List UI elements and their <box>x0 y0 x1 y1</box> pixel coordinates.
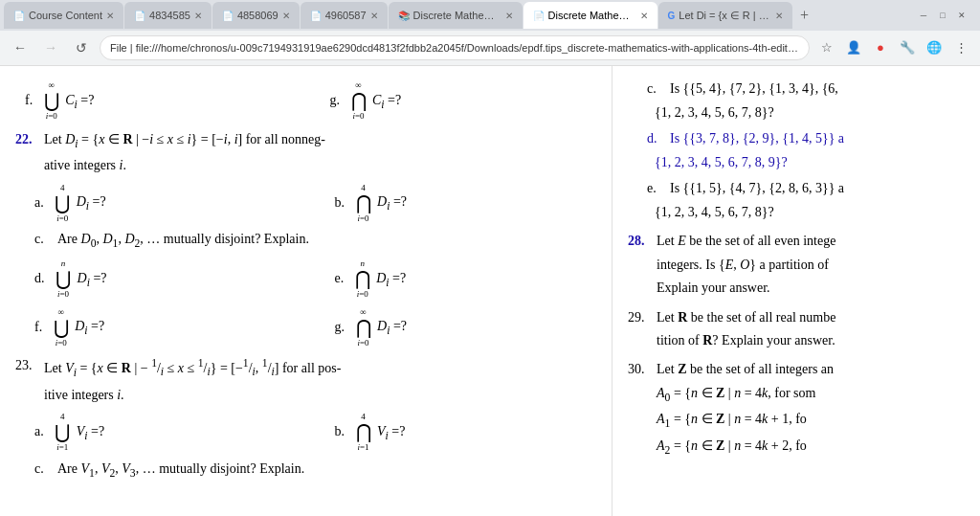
prob-29-text: Let R be the set of all real numbe <box>657 307 835 328</box>
label-b: b. <box>335 194 352 209</box>
union-a: 4 ⋃ i=0 <box>55 181 70 226</box>
prob-28-num: 28. <box>628 231 651 252</box>
tab-discrete-1[interactable]: 📚 Discrete Mathematics - ... ✕ <box>389 2 523 29</box>
menu-icon[interactable]: ⋮ <box>949 36 972 59</box>
left-math-content: f. ∞ ⋃ i=0 Ci =? g. ∞ ⋂ i=0 Ci = <box>15 79 596 482</box>
tab-favicon-7: G <box>668 11 676 21</box>
label-f2: f. <box>34 319 49 333</box>
problem-22: 22. Let Di = {x ∈ R | −i ≤ x ≤ i} = [−i,… <box>15 129 596 153</box>
label-23a: a. <box>34 424 51 438</box>
tab-label-6: Discrete Mathematics - ... <box>548 10 636 21</box>
intersect-b: 4 ⋂ i=0 <box>356 181 371 226</box>
right-part-e: e. Is {{1, 5}, {4, 7}, {2, 8, 6, 3}} a <box>647 178 965 199</box>
di-d: Di =? <box>78 271 107 285</box>
right-text-d2: {1, 2, 3, 4, 5, 6, 7, 8, 9}? <box>655 152 965 173</box>
prob-30-A0: A0 = {n ∈ Z | n = 4k, for som <box>657 383 965 407</box>
tab-4858069[interactable]: 📄 4858069 ✕ <box>212 2 300 29</box>
right-label-c: c. <box>647 79 666 100</box>
row-fg-22: f. ∞ ⋃ i=0 Di =? g. ∞ ⋂ i=0 Di = <box>34 305 596 350</box>
part-e: e. n ⋂ i=0 Di =? <box>335 257 597 302</box>
tab-label-7: Let Di = {x ∈ R | - i ≤ x... <box>679 10 770 22</box>
address-bar-row: ← → ↺ File | file:///home/chronos/u-009c… <box>0 31 980 65</box>
prob-22-text: Let Di = {x ∈ R | −i ≤ x ≤ i} = [−i, i] … <box>44 129 325 153</box>
right-part-d: d. Is {{3, 7, 8}, {2, 9}, {1, 4, 5}} a <box>647 128 965 149</box>
right-text-e: Is {{1, 5}, {4, 7}, {2, 8, 6, 3}} a <box>670 178 844 199</box>
extension-icon-2[interactable]: 🔧 <box>896 36 919 59</box>
back-button[interactable]: ← <box>8 35 33 60</box>
di-f: Di =? <box>75 319 104 333</box>
prob-29-num: 29. <box>628 307 651 328</box>
tab-course-content[interactable]: 📄 Course Content ✕ <box>4 2 123 29</box>
tab-close-7[interactable]: ✕ <box>775 11 783 21</box>
bookmark-icon[interactable]: ☆ <box>815 36 838 59</box>
part-d: d. n ⋃ i=0 Di =? <box>34 257 297 302</box>
extension-icon-3[interactable]: 🌐 <box>923 36 946 59</box>
prob-30-A1: A1 = {n ∈ Z | n = 4k + 1, fo <box>657 409 965 433</box>
row-fg: f. ∞ ⋃ i=0 Ci =? g. ∞ ⋂ i=0 Ci = <box>25 79 596 123</box>
intersect-sym-g: ∞ ⋂ i=0 <box>351 79 367 123</box>
prob-22-line2: ative integers i. <box>44 155 596 176</box>
tab-close-5[interactable]: ✕ <box>505 11 513 21</box>
tab-label-3: 4858069 <box>237 10 278 21</box>
part-23a: a. 4 ⋃ i=1 Vi =? <box>34 410 297 455</box>
tab-label-4: 4960587 <box>325 10 367 21</box>
row-23ab: a. 4 ⋃ i=1 Vi =? b. 4 ⋂ i=1 Vi = <box>34 410 596 455</box>
tab-4960587[interactable]: 📄 4960587 ✕ <box>301 2 388 29</box>
part-f-22: f. ∞ ⋃ i=0 Di =? <box>34 305 297 350</box>
tab-close-2[interactable]: ✕ <box>194 11 202 21</box>
address-text: File | file:///home/chronos/u-009c719493… <box>110 42 799 54</box>
prob-30-text: Let Z be the set of all integers an <box>657 359 834 380</box>
right-part-c: c. Is {{5, 4}, {7, 2}, {1, 3, 4}, {6, <box>647 79 965 100</box>
ci-f: Ci =? <box>65 93 94 107</box>
minimize-button[interactable]: ─ <box>917 9 930 22</box>
label-f: f. <box>25 93 39 107</box>
label-e: e. <box>335 271 351 285</box>
tab-close-6[interactable]: ✕ <box>640 11 648 21</box>
tab-bar: 📄 Course Content ✕ 📄 4834585 ✕ 📄 4858069… <box>0 0 980 31</box>
tab-favicon-3: 📄 <box>222 11 234 21</box>
window-controls: ─ □ ✕ <box>917 9 976 22</box>
tab-discrete-2[interactable]: 📄 Discrete Mathematics - ... ✕ <box>523 2 657 29</box>
tab-close-1[interactable]: ✕ <box>106 11 114 21</box>
tab-label-1: Course Content <box>29 10 102 21</box>
right-text-c2: {1, 2, 3, 4, 5, 6, 7, 8}? <box>655 102 965 123</box>
address-box[interactable]: File | file:///home/chronos/u-009c719493… <box>100 35 810 60</box>
prob-28-text2: integers. Is {E, O} a partition of <box>657 255 965 276</box>
toolbar-icons: ☆ 👤 ● 🔧 🌐 ⋮ <box>815 36 972 59</box>
forward-button[interactable]: → <box>38 35 63 60</box>
text-c: Are D0, D1, D2, … mutually disjoint? Exp… <box>57 229 309 253</box>
di-a: Di =? <box>77 194 106 209</box>
label-23c: c. <box>34 459 54 480</box>
close-button[interactable]: ✕ <box>955 9 969 22</box>
intersect-e: n ⋂ i=0 <box>355 257 370 302</box>
reload-button[interactable]: ↺ <box>69 35 94 60</box>
label-g2: g. <box>335 319 352 333</box>
right-label-e: e. <box>647 178 666 199</box>
new-tab-button[interactable]: + <box>793 4 816 27</box>
right-label-d: d. <box>647 128 666 149</box>
problem-23: 23. Let Vi = {x ∈ R | − 1/i ≤ x ≤ 1/i} =… <box>15 355 596 382</box>
label-d: d. <box>34 271 52 285</box>
restore-button[interactable]: □ <box>936 9 949 22</box>
extension-icon[interactable]: ● <box>869 36 892 59</box>
prob-29-text2: tition of R? Explain your answer. <box>657 330 965 351</box>
browser-chrome: 📄 Course Content ✕ 📄 4834585 ✕ 📄 4858069… <box>0 0 980 66</box>
label-23b: b. <box>335 424 352 438</box>
ci-g: Ci =? <box>372 93 401 107</box>
di-b: Di =? <box>377 194 407 209</box>
right-text-d: Is {{3, 7, 8}, {2, 9}, {1, 4, 5}} a <box>670 128 844 149</box>
prob-22-num: 22. <box>15 129 38 150</box>
vi-b: Vi =? <box>377 424 405 438</box>
profile-icon[interactable]: 👤 <box>842 36 865 59</box>
intersect-g22: ∞ ⋂ i=0 <box>356 305 371 350</box>
tab-close-4[interactable]: ✕ <box>370 11 378 21</box>
tab-favicon-2: 📄 <box>134 11 145 21</box>
tab-google[interactable]: G Let Di = {x ∈ R | - i ≤ x... ✕ <box>658 2 792 29</box>
tab-4834585[interactable]: 📄 4834585 ✕ <box>124 2 212 29</box>
tab-favicon-1: 📄 <box>13 11 25 21</box>
row-ab: a. 4 ⋃ i=0 Di =? b. 4 ⋂ i=0 Di = <box>34 181 596 226</box>
prob-23-line2: itive integers i. <box>44 385 596 406</box>
di-g: Di =? <box>377 319 407 333</box>
tab-favicon-4: 📄 <box>310 11 322 21</box>
tab-close-3[interactable]: ✕ <box>282 11 290 21</box>
